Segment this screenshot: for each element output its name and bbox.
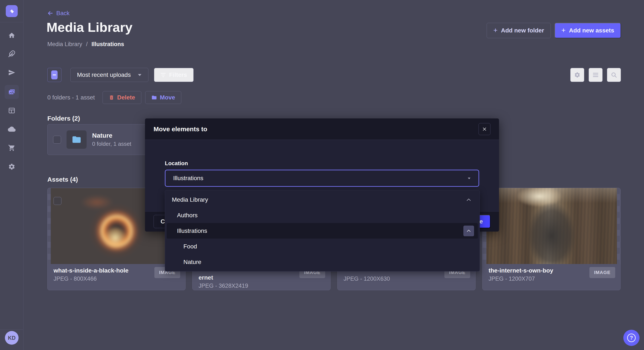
modal-title: Move elements to: [154, 126, 207, 133]
modal-body: Location Illustrations: [145, 140, 499, 187]
option-label: Authors: [177, 212, 198, 219]
dropdown-option-food[interactable]: Food: [165, 239, 480, 254]
location-dropdown: Media Library Authors Illustrations Food…: [165, 190, 480, 271]
dropdown-option-illustrations[interactable]: Illustrations: [167, 223, 478, 239]
option-label: Illustrations: [177, 227, 207, 234]
close-icon: [482, 127, 487, 131]
modal-header: Move elements to: [145, 118, 499, 140]
location-select-value: Illustrations: [173, 175, 204, 182]
dropdown-option-media-library[interactable]: Media Library: [165, 192, 480, 207]
chevron-down-icon: [468, 177, 471, 179]
option-label: Media Library: [172, 196, 208, 203]
location-label: Location: [165, 160, 479, 167]
option-label: Nature: [184, 259, 201, 265]
option-label: Food: [184, 243, 197, 250]
dropdown-option-nature[interactable]: Nature: [165, 254, 480, 270]
chevron-up-icon: [466, 229, 471, 232]
modal-close-button[interactable]: [478, 123, 490, 135]
location-select[interactable]: Illustrations: [165, 170, 479, 187]
chevron-up-icon[interactable]: [466, 198, 471, 201]
collapse-children-button[interactable]: [464, 226, 474, 236]
dropdown-option-authors[interactable]: Authors: [165, 207, 480, 223]
